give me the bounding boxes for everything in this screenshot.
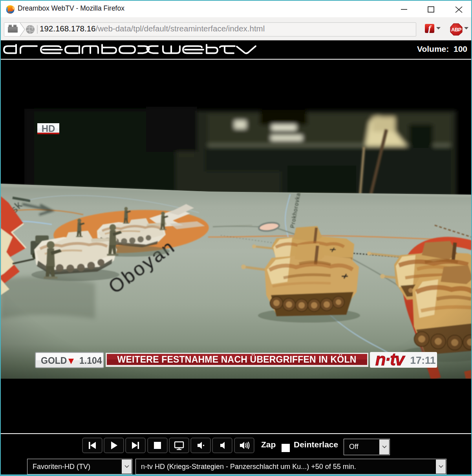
svg-text:WEITERE FESTNAHME NACH ÜBERGRI: WEITERE FESTNAHME NACH ÜBERGRIFFEN IN KÖ… xyxy=(117,354,357,365)
svg-text:GOLD: GOLD xyxy=(41,356,67,366)
svg-text:HD: HD xyxy=(42,123,55,134)
svg-text:ABP: ABP xyxy=(451,27,462,33)
svg-text:1.104: 1.104 xyxy=(79,356,102,366)
svg-text:n·tv: n·tv xyxy=(375,350,406,369)
svg-text:17:11: 17:11 xyxy=(410,354,435,366)
